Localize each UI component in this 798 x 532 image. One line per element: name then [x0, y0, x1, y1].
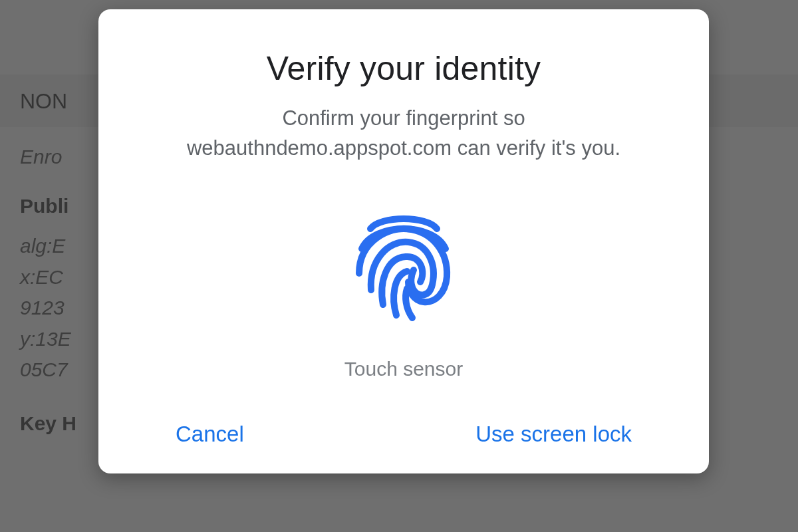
sensor-label: Touch sensor [344, 358, 463, 380]
dialog-body-text: Confirm your fingerprint so webauthndemo… [164, 104, 643, 164]
verify-identity-dialog: Verify your identity Confirm your finger… [98, 9, 709, 473]
cancel-button[interactable]: Cancel [165, 415, 255, 454]
dialog-actions: Cancel Use screen lock [138, 415, 669, 473]
dialog-title: Verify your identity [267, 49, 541, 88]
fingerprint-icon[interactable] [347, 203, 460, 326]
use-screen-lock-button[interactable]: Use screen lock [465, 415, 642, 454]
